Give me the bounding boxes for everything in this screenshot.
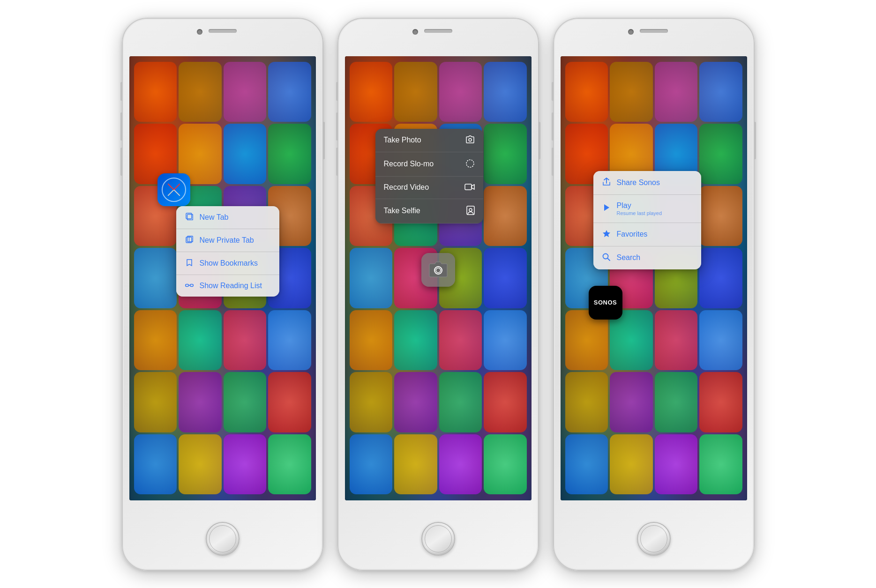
speaker-2 <box>424 29 452 33</box>
new-private-tab-label: New Private Tab <box>200 236 254 245</box>
share-icon <box>602 178 611 188</box>
share-sonos-item[interactable]: Share Sonos <box>593 171 701 195</box>
vol-down-button[interactable] <box>120 148 122 176</box>
svg-point-5 <box>185 284 188 286</box>
search-icon <box>602 253 611 263</box>
vol-up-button-2[interactable] <box>336 112 338 141</box>
mute-button[interactable] <box>120 82 122 101</box>
sonos-logo-text: SONOS <box>594 299 617 306</box>
home-button-2[interactable] <box>421 522 455 556</box>
bookmarks-icon <box>185 259 194 268</box>
take-photo-label: Take Photo <box>384 136 421 144</box>
speaker <box>209 29 237 33</box>
play-item[interactable]: Play Resume last played <box>593 195 701 223</box>
play-icon <box>602 204 611 213</box>
speaker-3 <box>640 29 668 33</box>
power-button-3[interactable] <box>754 122 756 159</box>
camera-app-icon[interactable] <box>421 253 455 287</box>
sonos-context-menu: Share Sonos Play Resume last played <box>593 171 701 269</box>
mute-button-3[interactable] <box>552 82 554 101</box>
take-photo-icon <box>465 135 475 145</box>
play-label: Play <box>617 201 662 210</box>
iphone-safari: New Tab New Private Tab <box>122 18 323 571</box>
power-button-2[interactable] <box>539 122 540 159</box>
show-reading-list-label: Show Reading List <box>200 282 262 290</box>
iphone-camera: Take Photo Record Slo-mo <box>337 18 539 571</box>
record-video-item[interactable]: Record Video <box>375 177 483 199</box>
video-icon <box>464 183 475 192</box>
new-tab-icon <box>185 213 194 222</box>
vol-up-button-3[interactable] <box>552 112 554 141</box>
reading-list-icon <box>185 282 194 290</box>
take-photo-item[interactable]: Take Photo <box>375 129 483 152</box>
front-camera-2 <box>412 29 418 35</box>
record-video-label: Record Video <box>384 183 429 192</box>
record-slomo-label: Record Slo-mo <box>384 160 434 168</box>
camera-context-menu: Take Photo Record Slo-mo <box>375 129 483 223</box>
favorites-icon <box>602 230 611 239</box>
selfie-icon <box>466 206 475 216</box>
svg-point-12 <box>469 208 472 211</box>
sonos-app-icon[interactable]: SONOS <box>589 286 622 320</box>
compass-icon <box>162 178 186 202</box>
favorites-item[interactable]: Favorites <box>593 223 701 246</box>
show-bookmarks-label: Show Bookmarks <box>200 259 258 268</box>
new-tab-label: New Tab <box>200 213 229 222</box>
show-reading-list-item[interactable]: Show Reading List <box>176 275 279 297</box>
front-camera <box>197 29 202 35</box>
take-selfie-label: Take Selfie <box>384 207 420 215</box>
new-private-tab-icon <box>185 236 194 245</box>
iphone-sonos: Share Sonos Play Resume last played <box>553 18 755 571</box>
search-label: Search <box>617 253 641 262</box>
share-sonos-label: Share Sonos <box>617 179 660 187</box>
home-button-3[interactable] <box>637 522 671 556</box>
play-content: Play Resume last played <box>617 201 662 216</box>
take-selfie-item[interactable]: Take Selfie <box>375 199 483 223</box>
vol-up-button[interactable] <box>120 112 122 141</box>
home-button[interactable] <box>206 522 240 556</box>
play-subtitle: Resume last played <box>617 210 662 216</box>
vol-down-button-3[interactable] <box>552 148 554 176</box>
show-bookmarks-item[interactable]: Show Bookmarks <box>176 252 279 275</box>
safari-app-icon[interactable] <box>157 173 190 206</box>
svg-line-16 <box>607 258 610 261</box>
screen: New Tab New Private Tab <box>129 56 316 500</box>
record-slomo-item[interactable]: Record Slo-mo <box>375 152 483 177</box>
mute-button-2[interactable] <box>336 82 338 101</box>
sonos-screen: Share Sonos Play Resume last played <box>561 56 747 500</box>
safari-context-menu: New Tab New Private Tab <box>176 206 279 297</box>
slomo-icon <box>465 159 475 170</box>
new-tab-item[interactable]: New Tab <box>176 206 279 229</box>
svg-point-9 <box>466 160 474 167</box>
sonos-app-grid <box>561 56 747 500</box>
phones-container: New Tab New Private Tab <box>112 8 764 580</box>
new-private-tab-item[interactable]: New Private Tab <box>176 229 279 252</box>
svg-point-6 <box>190 284 193 286</box>
camera-screen: Take Photo Record Slo-mo <box>345 56 532 500</box>
front-camera-3 <box>628 29 634 35</box>
svg-point-8 <box>469 138 472 141</box>
svg-rect-10 <box>465 184 472 190</box>
search-item[interactable]: Search <box>593 246 701 269</box>
favorites-label: Favorites <box>617 230 648 238</box>
power-button[interactable] <box>323 122 325 159</box>
vol-down-button-2[interactable] <box>336 148 338 176</box>
